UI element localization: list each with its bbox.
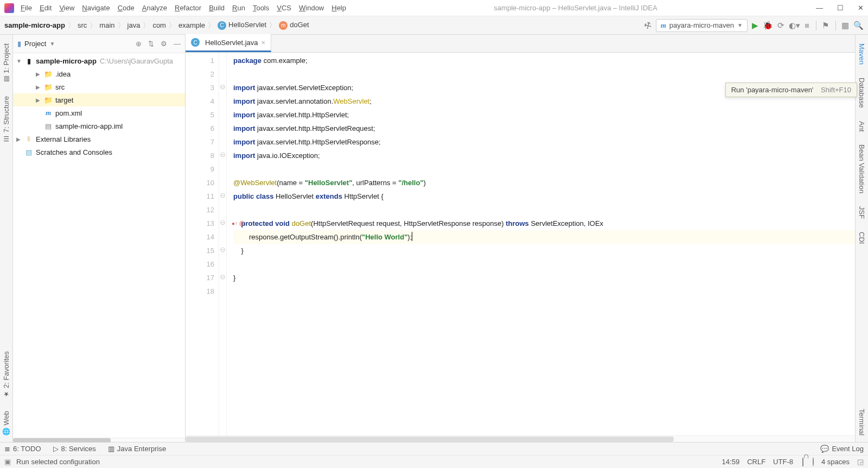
tool-windows-icon[interactable]: ▣ xyxy=(4,458,11,466)
balloon-icon: 💬 xyxy=(820,445,829,453)
jsf-tool-button[interactable]: JSF xyxy=(858,206,866,219)
status-line-sep[interactable]: CRLF xyxy=(747,458,765,466)
app-icon xyxy=(4,3,14,13)
breadcrumb-main[interactable]: main xyxy=(99,21,114,29)
tree-row[interactable]: ▶⫴External Libraries xyxy=(13,132,185,146)
minimize-button[interactable]: — xyxy=(816,4,823,12)
project-panel-title: Project xyxy=(24,40,46,48)
update-button[interactable]: ⚑ xyxy=(816,21,829,30)
breadcrumb-java[interactable]: java xyxy=(127,21,141,29)
status-message: Run selected configuration xyxy=(16,458,100,466)
maven-icon: m xyxy=(661,21,666,30)
tab-helloservlet[interactable]: C HelloServlet.java × xyxy=(186,34,271,52)
breadcrumb-example[interactable]: example xyxy=(178,21,205,29)
expand-all-icon[interactable]: ⇅ xyxy=(148,40,154,48)
status-encoding[interactable]: UTF-8 xyxy=(773,458,793,466)
breadcrumb-class[interactable]: CHelloServlet xyxy=(218,21,266,30)
menu-tools[interactable]: Tools xyxy=(253,4,269,12)
code-editor[interactable]: 12345678910111213●↑ @1415161718 ⊖⊖⊖⊖⊖⊖ p… xyxy=(186,53,855,435)
database-tool-button[interactable]: Database xyxy=(858,78,866,108)
tree-row[interactable]: ▶📁target xyxy=(13,93,185,106)
ant-tool-button[interactable]: Ant xyxy=(858,121,866,132)
stop-button[interactable]: ■ xyxy=(805,21,809,30)
menu-window[interactable]: Window xyxy=(299,4,324,12)
tree-row[interactable]: ▼▮sample-micro-appC:\Users\jGauravGupta xyxy=(13,54,185,67)
tree-row[interactable]: ▤sample-micro-app.iml xyxy=(13,119,185,132)
fold-column[interactable]: ⊖⊖⊖⊖⊖⊖ xyxy=(219,53,227,435)
project-structure-button[interactable]: ▦ xyxy=(835,21,849,30)
menu-analyze[interactable]: Analyze xyxy=(142,4,167,12)
menu-help[interactable]: Help xyxy=(331,4,346,12)
tab-label: HelloServlet.java xyxy=(205,39,258,47)
bottom-tool-bar: ≣6: TODO ▷8: Services ▥Java Enterprise 💬… xyxy=(0,442,868,455)
web-tool-button[interactable]: 🌐Web xyxy=(2,411,10,436)
project-panel-header: ▮ Project ▼ ⊕ ⇅ ⚙ — xyxy=(13,35,185,53)
code-content[interactable]: package com.example; import javax.servle… xyxy=(227,53,855,435)
menu-build[interactable]: Build xyxy=(209,4,225,12)
menu-code[interactable]: Code xyxy=(118,4,135,12)
breadcrumb-com[interactable]: com xyxy=(152,21,166,29)
run-tooltip: Run 'payara-micro-maven' Shift+F10 xyxy=(725,83,857,97)
tree-row[interactable]: ▶📁src xyxy=(13,80,185,93)
menu-run[interactable]: Run xyxy=(232,4,245,12)
project-tool-button[interactable]: ▥1: Project xyxy=(2,43,10,83)
gear-icon[interactable]: ⚙ xyxy=(161,40,167,48)
chevron-down-icon[interactable]: ▼ xyxy=(49,41,55,47)
lock-icon xyxy=(802,458,803,466)
build-icon[interactable]: ⚒ xyxy=(642,19,653,31)
services-tool-button[interactable]: ▷8: Services xyxy=(53,445,96,453)
coverage-button[interactable]: ⟳ xyxy=(777,21,784,30)
inspection-profile[interactable] xyxy=(813,458,814,466)
close-tab-icon[interactable]: × xyxy=(261,39,266,47)
class-icon: C xyxy=(218,21,226,30)
debug-button[interactable]: 🐞 xyxy=(763,21,773,30)
window-controls: — ☐ ✕ xyxy=(816,4,864,12)
java-enterprise-tool-button[interactable]: ▥Java Enterprise xyxy=(108,445,166,453)
menu-edit[interactable]: Edit xyxy=(40,4,52,12)
editor-h-scrollbar[interactable] xyxy=(186,435,855,442)
editor-tabs: C HelloServlet.java × xyxy=(186,35,855,53)
menu-refactor[interactable]: Refactor xyxy=(175,4,201,12)
tree-h-scrollbar[interactable] xyxy=(13,438,185,442)
window-title: sample-micro-app – HelloServlet.java – I… xyxy=(346,4,805,12)
tree-row[interactable]: ▧Scratches and Consoles xyxy=(13,146,185,159)
line-gutter[interactable]: 12345678910111213●↑ @1415161718 xyxy=(186,53,219,435)
run-config-selector[interactable]: m payara-micro-maven ▼ xyxy=(656,19,748,32)
terminal-tool-button[interactable]: Terminal xyxy=(858,409,866,435)
breadcrumb-project[interactable]: sample-micro-app xyxy=(4,21,65,29)
close-button[interactable]: ✕ xyxy=(858,4,864,12)
run-button[interactable]: ▶ xyxy=(752,21,758,30)
menu-bar: FileEditViewNavigateCodeAnalyzeRefactorB… xyxy=(21,4,346,12)
status-indent[interactable]: 4 spaces xyxy=(821,458,850,466)
bean-validation-tool-button[interactable]: Bean Validation xyxy=(858,144,866,193)
cdi-tool-button[interactable]: CDI xyxy=(858,232,866,244)
maven-tool-button[interactable]: Maven xyxy=(858,43,866,65)
structure-tool-button[interactable]: ☰7: Structure xyxy=(2,96,10,142)
tree-row[interactable]: ▶📁.idea xyxy=(13,67,185,80)
search-everywhere-button[interactable]: 🔍 xyxy=(853,21,864,30)
breadcrumb-method[interactable]: mdoGet xyxy=(279,21,309,30)
project-panel: ▮ Project ▼ ⊕ ⇅ ⚙ — ▼▮sample-micro-appC:… xyxy=(13,35,186,442)
menu-file[interactable]: File xyxy=(21,4,32,12)
nav-toolbar: sample-micro-app 〉 src 〉 main 〉 java 〉 c… xyxy=(0,16,868,35)
project-tree[interactable]: ▼▮sample-micro-appC:\Users\jGauravGupta▶… xyxy=(13,53,185,438)
menu-view[interactable]: View xyxy=(59,4,74,12)
favorites-tool-button[interactable]: ★2: Favorites xyxy=(2,351,10,398)
tooltip-shortcut: Shift+F10 xyxy=(821,86,851,94)
readonly-toggle[interactable] xyxy=(801,458,805,466)
main-area: ▥1: Project ☰7: Structure ★2: Favorites … xyxy=(0,35,868,442)
menu-navigate[interactable]: Navigate xyxy=(82,4,110,12)
server-icon: ▥ xyxy=(108,445,114,453)
status-time: 14:59 xyxy=(722,458,740,466)
event-log-button[interactable]: 💬Event Log xyxy=(820,445,864,453)
breadcrumb: sample-micro-app 〉 src 〉 main 〉 java 〉 c… xyxy=(4,21,309,30)
profile-button[interactable]: ◐▾ xyxy=(789,21,800,30)
locate-icon[interactable]: ⊕ xyxy=(136,40,142,48)
todo-tool-button[interactable]: ≣6: TODO xyxy=(4,445,41,453)
breadcrumb-src[interactable]: src xyxy=(78,21,87,29)
menu-vcs[interactable]: VCS xyxy=(277,4,291,12)
maximize-button[interactable]: ☐ xyxy=(837,4,844,12)
memory-indicator[interactable]: ◲ xyxy=(857,458,864,466)
tree-row[interactable]: mpom.xml xyxy=(13,106,185,119)
hide-panel-icon[interactable]: — xyxy=(174,40,181,48)
